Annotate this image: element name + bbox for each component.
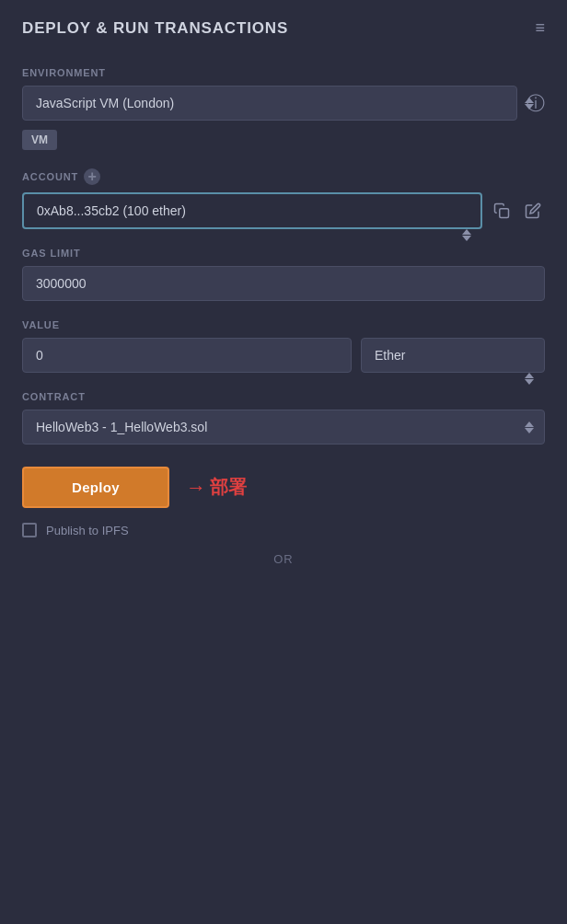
account-section: ACCOUNT + 0xAb8...35cb2 (100 ether) [22, 168, 545, 229]
value-input[interactable] [22, 338, 352, 373]
panel-title: DEPLOY & RUN TRANSACTIONS [22, 19, 288, 38]
or-divider: OR [22, 552, 545, 566]
arrow-up-icon [525, 373, 534, 378]
account-select-wrapper: 0xAb8...35cb2 (100 ether) [22, 192, 482, 229]
value-select-arrows [525, 373, 534, 385]
arrow-up-icon [462, 229, 471, 235]
value-unit-select[interactable]: Wei Gwei Finney Ether [361, 338, 545, 373]
contract-select-wrapper: HelloWeb3 - 1_HelloWeb3.sol [22, 410, 545, 445]
copy-icon [493, 202, 510, 219]
account-select[interactable]: 0xAb8...35cb2 (100 ether) [22, 192, 482, 229]
publish-ipfs-checkbox[interactable] [22, 523, 37, 537]
vm-badge: VM [22, 130, 57, 150]
value-label: VALUE [22, 319, 545, 330]
deploy-annotation: → 部署 [186, 475, 247, 500]
contract-label: CONTRACT [22, 391, 545, 402]
environment-section: ENVIRONMENT JavaScript VM (London) JavaS… [22, 67, 545, 150]
menu-icon[interactable]: ≡ [535, 18, 545, 38]
add-account-icon[interactable]: + [84, 168, 100, 185]
panel-header: DEPLOY & RUN TRANSACTIONS ≡ [22, 18, 545, 38]
value-section: VALUE Wei Gwei Finney Ether [22, 319, 545, 373]
contract-section: CONTRACT HelloWeb3 - 1_HelloWeb3.sol [22, 391, 545, 445]
publish-row: Publish to IPFS [22, 523, 545, 537]
account-label-row: ACCOUNT + [22, 168, 545, 185]
account-label: ACCOUNT [22, 171, 78, 182]
gas-limit-section: GAS LIMIT [22, 248, 545, 301]
environment-select[interactable]: JavaScript VM (London) JavaScript VM (Be… [22, 86, 517, 121]
value-unit-wrapper: Wei Gwei Finney Ether [361, 338, 545, 373]
value-row: Wei Gwei Finney Ether [22, 338, 545, 373]
deploy-button[interactable]: Deploy [22, 467, 169, 508]
environment-info-icon[interactable]: ⓘ [526, 91, 545, 116]
arrow-down-icon [525, 379, 534, 385]
arrow-down-icon [462, 236, 471, 241]
account-select-arrows [462, 229, 471, 241]
value-input-wrapper [22, 338, 352, 373]
contract-select[interactable]: HelloWeb3 - 1_HelloWeb3.sol [22, 410, 545, 445]
edit-icon [525, 202, 541, 219]
deploy-row: Deploy → 部署 [22, 467, 545, 508]
deploy-run-panel: DEPLOY & RUN TRANSACTIONS ≡ ENVIRONMENT … [0, 0, 567, 924]
environment-select-wrapper: JavaScript VM (London) JavaScript VM (Be… [22, 86, 545, 121]
publish-ipfs-label: Publish to IPFS [46, 524, 129, 537]
copy-account-button[interactable] [490, 199, 514, 223]
gas-limit-label: GAS LIMIT [22, 248, 545, 259]
account-row: 0xAb8...35cb2 (100 ether) [22, 192, 545, 229]
svg-rect-0 [500, 209, 509, 218]
annotation-text: 部署 [210, 475, 247, 500]
gas-limit-input[interactable] [22, 266, 545, 301]
annotation-arrow-icon: → [186, 476, 206, 500]
edit-account-button[interactable] [521, 199, 545, 223]
environment-label: ENVIRONMENT [22, 67, 545, 78]
